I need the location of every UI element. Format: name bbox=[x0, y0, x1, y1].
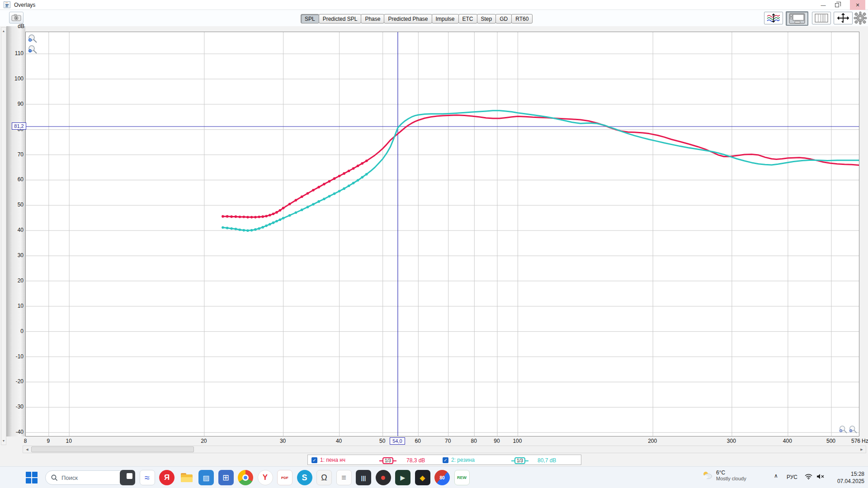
badge-stub bbox=[379, 460, 382, 461]
pan-arrows-icon bbox=[837, 13, 849, 23]
zoom-in-y-icon[interactable] bbox=[28, 34, 38, 44]
tray-chevron-icon[interactable]: ∧ bbox=[774, 473, 778, 479]
capture-view-icon bbox=[789, 13, 805, 24]
tab-impulse[interactable]: Impulse bbox=[432, 14, 459, 23]
y-tick-label: 50 bbox=[6, 202, 24, 208]
tray-date: 07.04.2025 bbox=[828, 478, 864, 485]
media-app-icon[interactable]: ▶ bbox=[395, 470, 410, 485]
pdf-tool-icon[interactable]: PDF bbox=[277, 470, 292, 485]
measurement-legend: ✓ 1: пена нч 1/3 78,3 dB ✓ 2: резина 1/3… bbox=[307, 455, 581, 465]
smoothing-value-1: 1/3 bbox=[382, 457, 393, 464]
window-title: Overlays bbox=[14, 2, 35, 8]
tab-etc[interactable]: ETC bbox=[458, 14, 477, 23]
badge-stub bbox=[525, 460, 528, 461]
snipping-tool-icon[interactable] bbox=[120, 470, 135, 485]
weather-condition: Mostly cloudy bbox=[716, 476, 746, 481]
yandex-browser-icon[interactable]: Я bbox=[159, 470, 175, 485]
scrollbar-thumb[interactable] bbox=[31, 446, 194, 452]
weather-icon bbox=[702, 470, 713, 480]
tab-spl[interactable]: SPL bbox=[301, 14, 319, 23]
file-explorer-icon[interactable] bbox=[179, 470, 194, 485]
tab-phase[interactable]: Phase bbox=[361, 14, 384, 23]
y-tick-label: 90 bbox=[6, 101, 24, 107]
y-tick-label: 100 bbox=[6, 75, 24, 82]
close-button[interactable]: ✕ bbox=[850, 0, 865, 10]
scroll-up-icon[interactable]: ▲ bbox=[1, 28, 6, 34]
chrome-icon[interactable] bbox=[238, 470, 253, 485]
tab-rt60[interactable]: RT60 bbox=[511, 14, 533, 23]
spl-meter-80-icon[interactable]: 80 bbox=[434, 470, 450, 485]
mixer-app-icon[interactable]: ||| bbox=[356, 470, 371, 485]
language-indicator[interactable]: РУС bbox=[787, 474, 797, 480]
bands-button[interactable] bbox=[812, 12, 831, 24]
vertical-scrollbar[interactable]: ▲ ▼ bbox=[1, 27, 6, 445]
tab-predicted-phase[interactable]: Predicted Phase bbox=[384, 14, 432, 23]
measurement-2-value: 80,7 dB bbox=[538, 457, 556, 464]
y-tick-label: -40 bbox=[6, 429, 24, 435]
skype-icon[interactable]: S bbox=[297, 470, 312, 485]
cursor-freq-readout: 54,0 bbox=[390, 437, 405, 445]
scroll-right-icon[interactable]: ▶ bbox=[858, 446, 865, 453]
pan-button[interactable] bbox=[834, 12, 853, 24]
capture-image-button[interactable] bbox=[9, 12, 24, 23]
settings-gear-button[interactable] bbox=[854, 11, 867, 27]
y-tick-label: 110 bbox=[6, 50, 24, 56]
x-tick-label: 50 bbox=[379, 438, 385, 444]
binance-icon[interactable]: ◆ bbox=[415, 470, 430, 485]
calculator-icon[interactable]: ⊞ bbox=[218, 470, 234, 485]
notes-app-icon[interactable]: ≡ bbox=[336, 470, 352, 485]
y-tick-label: -30 bbox=[6, 404, 24, 410]
volume-muted-icon[interactable] bbox=[816, 474, 825, 481]
audio-app-icon[interactable]: ≈ bbox=[140, 470, 155, 485]
smoothing-badge-1[interactable]: 1/3 bbox=[379, 457, 396, 464]
smoothing-badge-2[interactable]: 1/3 bbox=[511, 457, 528, 464]
traces-offset-icon bbox=[767, 14, 780, 23]
y-tick-label: 60 bbox=[6, 176, 24, 183]
measurement-1-value: 78,3 dB bbox=[406, 457, 425, 464]
x-axis-unit-label: Hz bbox=[862, 438, 868, 444]
rew-app-icon bbox=[4, 1, 10, 8]
measurement-2-label: 2: резина bbox=[451, 457, 475, 463]
weather-widget[interactable]: 6°C Mostly cloudy bbox=[702, 469, 746, 481]
zoom-out-y-icon[interactable] bbox=[28, 45, 38, 55]
tray-time: 15:28 bbox=[828, 470, 864, 478]
y-tick-label: 0 bbox=[6, 328, 24, 334]
y-tick-label: 20 bbox=[6, 277, 24, 284]
measurement-1-checkbox[interactable]: ✓ bbox=[311, 457, 317, 463]
taskbar-clock[interactable]: 15:28 07.04.2025 bbox=[828, 470, 864, 485]
tab-gd[interactable]: GD bbox=[495, 14, 512, 23]
camera-icon bbox=[11, 14, 21, 21]
spl-graph[interactable] bbox=[25, 32, 859, 436]
omega-app-icon[interactable]: Ω bbox=[316, 470, 332, 485]
tab-step[interactable]: Step bbox=[477, 14, 496, 23]
x-tick-label: 40 bbox=[336, 438, 342, 444]
scroll-left-icon[interactable]: ◀ bbox=[24, 446, 31, 453]
wifi-icon[interactable] bbox=[805, 474, 812, 481]
minimize-button[interactable]: — bbox=[816, 0, 830, 10]
traces-offset-button[interactable] bbox=[764, 12, 783, 24]
title-bar: Overlays — ✕ bbox=[0, 0, 868, 10]
tab-predicted-spl[interactable]: Predicted SPL bbox=[319, 14, 362, 23]
cursor-db-readout: 81,2 bbox=[12, 122, 26, 130]
x-tick-label: 30 bbox=[280, 438, 286, 444]
restore-icon bbox=[835, 3, 839, 7]
recorder-app-icon[interactable] bbox=[376, 470, 391, 485]
gear-icon bbox=[854, 11, 867, 25]
x-tick-label: 60 bbox=[415, 438, 421, 444]
capture-view-button[interactable] bbox=[786, 11, 808, 26]
legend-item-1: ✓ 1: пена нч bbox=[311, 457, 345, 463]
photos-app-icon[interactable]: ▨ bbox=[198, 470, 214, 485]
restore-button[interactable] bbox=[830, 0, 844, 10]
zoom-out-x-icon[interactable] bbox=[849, 425, 859, 435]
x-tick-label: 300 bbox=[727, 438, 736, 444]
windows-taskbar: Поиск ≈Я▨⊞YPDFSΩ≡|||▶◆80REW 6°C Mostly c… bbox=[0, 466, 868, 488]
scroll-down-icon[interactable]: ▼ bbox=[1, 438, 6, 444]
horizontal-scrollbar[interactable]: ◀ ▶ bbox=[23, 446, 866, 453]
legend-item-2: ✓ 2: резина bbox=[443, 457, 475, 463]
yandex-search-icon[interactable]: Y bbox=[258, 470, 273, 485]
toolbar: SPLPredicted SPLPhasePredicted PhaseImpu… bbox=[0, 10, 868, 26]
measurement-2-checkbox[interactable]: ✓ bbox=[443, 457, 448, 463]
zoom-in-x-icon[interactable] bbox=[839, 425, 849, 435]
rew-icon[interactable]: REW bbox=[454, 470, 470, 485]
start-button[interactable] bbox=[25, 471, 38, 484]
